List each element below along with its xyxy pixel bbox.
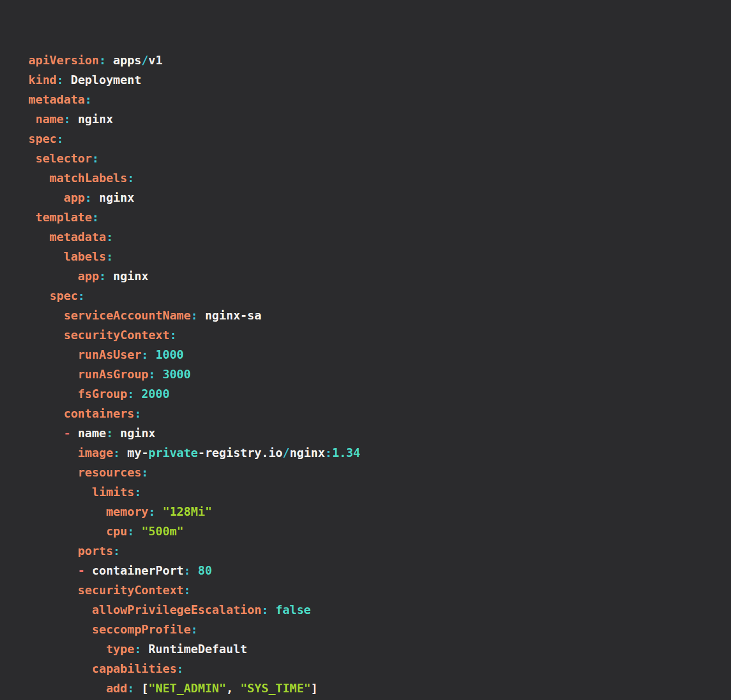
yaml-key: allowPrivilegeEscalation	[92, 603, 262, 617]
code-line: cpu: "500m"	[28, 522, 722, 541]
yaml-key: matchLabels	[50, 171, 127, 185]
yaml-key: selector	[35, 152, 92, 165]
yaml-punctuation: :	[92, 210, 99, 224]
code-line: resources:	[28, 463, 722, 482]
yaml-plain-value: apps	[113, 53, 141, 67]
yaml-punctuation: :	[325, 446, 332, 460]
yaml-whitespace	[28, 662, 92, 675]
yaml-key: app	[64, 191, 85, 204]
yaml-whitespace	[28, 348, 78, 361]
code-line: limits:	[28, 482, 722, 502]
yaml-key: app	[78, 269, 99, 283]
code-line: labels:	[28, 247, 722, 267]
yaml-whitespace	[191, 564, 198, 577]
yaml-punctuation: :	[106, 230, 113, 244]
code-line: image: my-private-registry.io/nginx:1.34	[28, 443, 722, 463]
yaml-punctuation: :	[113, 446, 120, 460]
yaml-plain-value: v1	[148, 53, 163, 67]
code-line: memory: "128Mi"	[28, 502, 722, 522]
yaml-punctuation: :	[191, 309, 198, 322]
yaml-list-dash: -	[78, 564, 85, 577]
yaml-whitespace	[28, 642, 106, 656]
yaml-key: spec	[28, 132, 57, 146]
code-line: securityContext:	[28, 581, 722, 600]
code-line: fsGroup: 2000	[28, 384, 722, 404]
yaml-whitespace	[120, 446, 127, 460]
yaml-key: securityContext	[64, 328, 170, 342]
code-line: apiVersion: apps/v1	[28, 51, 722, 70]
yaml-plain-value: nginx	[78, 112, 113, 126]
yaml-code: apiVersion: apps/v1kind: Deploymentmetad…	[28, 51, 722, 700]
yaml-plain-value: [	[141, 681, 148, 695]
yaml-punctuation: :	[85, 191, 92, 204]
yaml-key: metadata	[28, 93, 85, 106]
yaml-whitespace	[28, 309, 64, 322]
yaml-key: cpu	[106, 524, 127, 538]
yaml-punctuation: :	[134, 407, 141, 420]
yaml-plain-value: RuntimeDefault	[148, 642, 247, 656]
yaml-whitespace	[28, 112, 35, 126]
yaml-whitespace	[28, 583, 78, 597]
yaml-string: "SYS_TIME"	[240, 681, 310, 695]
yaml-key: fsGroup	[78, 387, 128, 401]
yaml-number-or-keyword: 3000	[163, 367, 191, 381]
yaml-plain-value: -registry.io	[198, 446, 283, 460]
yaml-whitespace	[113, 426, 120, 440]
yaml-whitespace	[155, 505, 163, 518]
yaml-key: image	[78, 446, 113, 460]
yaml-punctuation: :	[191, 623, 198, 636]
yaml-punctuation: :	[106, 426, 113, 440]
code-line: seccompProfile:	[28, 620, 722, 639]
yaml-punctuation: :	[134, 642, 141, 656]
yaml-key: apiVersion	[28, 53, 99, 67]
yaml-key: spec	[50, 289, 78, 303]
yaml-key: name	[35, 112, 64, 126]
yaml-punctuation: :	[148, 367, 155, 381]
yaml-punctuation: :	[127, 681, 134, 695]
yaml-editor: apiVersion: apps/v1kind: Deploymentmetad…	[0, 0, 731, 700]
yaml-string: "NET_ADMIN"	[148, 681, 226, 695]
yaml-number-or-keyword: 2000	[141, 387, 170, 401]
yaml-punctuation: :	[106, 250, 113, 263]
yaml-whitespace	[28, 485, 92, 499]
yaml-whitespace	[28, 230, 50, 244]
yaml-plain-value: nginx	[113, 269, 148, 283]
yaml-punctuation: :	[141, 466, 148, 479]
yaml-string: "128Mi"	[163, 505, 212, 518]
yaml-whitespace	[198, 309, 205, 322]
code-line: app: nginx	[28, 188, 722, 208]
yaml-whitespace	[28, 171, 50, 185]
code-line: selector:	[28, 149, 722, 168]
yaml-whitespace	[141, 642, 148, 656]
yaml-whitespace	[28, 544, 78, 558]
yaml-whitespace	[28, 152, 35, 165]
yaml-punctuation: :	[127, 171, 134, 185]
yaml-key: serviceAccountName	[64, 309, 191, 322]
yaml-whitespace	[71, 112, 78, 126]
yaml-whitespace	[134, 524, 141, 538]
yaml-punctuation: :	[184, 564, 191, 577]
code-line: allowPrivilegeEscalation: false	[28, 600, 722, 620]
yaml-plain-value: name	[78, 426, 106, 440]
yaml-punctuation: :	[261, 603, 268, 617]
code-line: spec:	[28, 129, 722, 149]
code-line: metadata:	[28, 90, 722, 110]
yaml-key: template	[35, 210, 92, 224]
yaml-punctuation: /	[283, 446, 290, 460]
yaml-whitespace	[28, 191, 64, 204]
yaml-plain-value: containerPort	[92, 564, 184, 577]
yaml-whitespace	[268, 603, 275, 617]
yaml-punctuation: :	[170, 328, 177, 342]
yaml-whitespace	[64, 73, 71, 87]
yaml-key: runAsGroup	[78, 367, 148, 381]
yaml-whitespace	[28, 446, 78, 460]
yaml-number-or-keyword: 1000	[155, 348, 184, 361]
yaml-punctuation: :	[85, 93, 92, 106]
code-line: runAsUser: 1000	[28, 345, 722, 365]
yaml-key: ports	[78, 544, 113, 558]
code-line: capabilities:	[28, 659, 722, 679]
code-line: - name: nginx	[28, 424, 722, 443]
code-line: - containerPort: 80	[28, 561, 722, 581]
yaml-whitespace	[28, 210, 35, 224]
yaml-plain-value: ]	[311, 681, 318, 695]
